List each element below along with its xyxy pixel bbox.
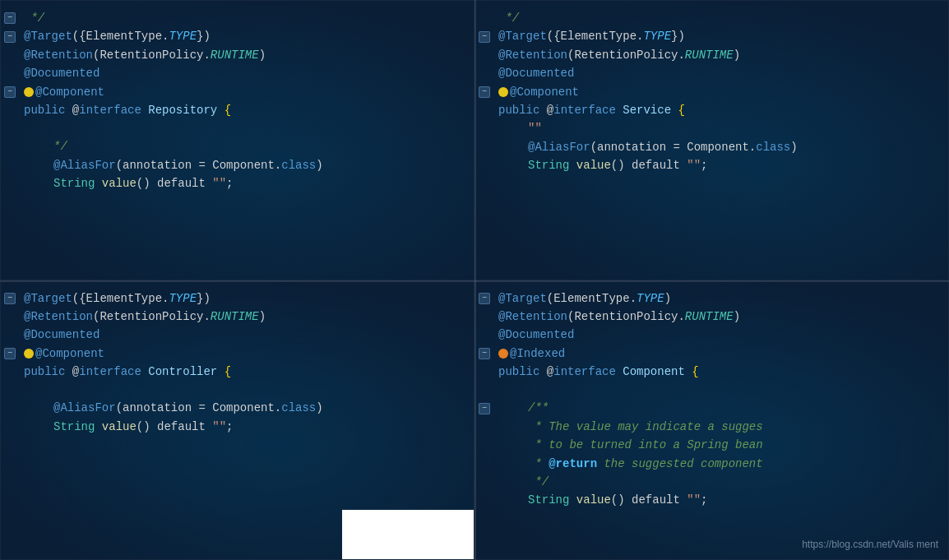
token: @ — [65, 363, 79, 381]
token: ({ElementType. — [547, 27, 644, 45]
token: /** — [528, 399, 549, 417]
token: (ElementType. — [547, 289, 637, 308]
yellow-icon — [24, 87, 34, 97]
code-content-top-right: */−@Target({ElementType.TYPE})@Retention… — [475, 4, 948, 180]
token: Repository — [141, 101, 225, 119]
token: @return — [549, 455, 597, 473]
code-line: −@Component — [1, 345, 474, 363]
token: " — [528, 119, 535, 137]
token: TYPE — [637, 289, 664, 308]
token: RUNTIME — [211, 308, 259, 326]
token: @Target — [498, 27, 547, 45]
token: ) — [259, 46, 266, 64]
code-line: * to be turned into a Spring bean — [475, 436, 948, 454]
token: interface — [79, 101, 141, 119]
token: @Target — [24, 27, 72, 45]
fold-collapse-icon[interactable]: − — [4, 348, 16, 359]
panel-bottom-left: −@Target({ElementType.TYPE})@Retention(R… — [0, 280, 474, 561]
yellow-icon — [24, 349, 34, 359]
fold-collapse-icon[interactable]: − — [479, 403, 490, 414]
token: public — [498, 101, 539, 119]
token: class — [756, 138, 790, 156]
token: value — [576, 491, 611, 509]
token: interface — [79, 363, 141, 381]
fold-collapse-icon[interactable]: − — [4, 31, 16, 43]
code-line: @Retention(RetentionPolicy.RUNTIME) — [475, 46, 948, 64]
code-content-bottom-left: −@Target({ElementType.TYPE})@Retention(R… — [1, 285, 474, 442]
code-line: */ — [475, 473, 948, 491]
fold-collapse-icon[interactable]: − — [479, 293, 490, 304]
line-gutter: − — [4, 12, 21, 24]
yellow-icon — [498, 87, 508, 97]
token: }) — [671, 27, 685, 45]
token: (annotation = Component. — [590, 138, 757, 156]
token: value — [102, 174, 137, 192]
orange-icon — [498, 349, 508, 359]
token: () default — [611, 491, 687, 509]
panel-top-left: − */−@Target({ElementType.TYPE})@Retenti… — [0, 0, 474, 280]
token: public — [24, 101, 65, 119]
token: String — [53, 418, 95, 436]
fold-collapse-icon[interactable]: − — [4, 293, 16, 304]
fold-collapse-icon[interactable]: − — [479, 86, 490, 98]
fold-collapse-icon[interactable]: − — [479, 348, 490, 359]
token: ; — [701, 156, 707, 174]
token: @AliasFor — [53, 156, 116, 174]
token: the suggested component — [597, 455, 763, 473]
code-line: public @interface Service { — [475, 101, 948, 119]
code-line: String value() default ""; — [1, 418, 474, 436]
token: " — [535, 119, 541, 137]
token: @AliasFor — [528, 138, 590, 156]
code-line: @AliasFor(annotation = Component.class) — [1, 399, 474, 417]
token: value — [102, 418, 137, 436]
code-line: @Documented — [1, 326, 474, 344]
token: ({ElementType. — [72, 27, 169, 45]
code-line: − */ — [1, 9, 474, 27]
fold-collapse-icon[interactable]: − — [4, 86, 16, 98]
token: ; — [226, 418, 233, 436]
code-content-bottom-right: −@Target(ElementType.TYPE)@Retention(Ret… — [475, 285, 948, 515]
code-line: −@Target({ElementType.TYPE}) — [1, 27, 474, 45]
token: { — [678, 101, 684, 119]
token: TYPE — [169, 289, 197, 308]
token: @Indexed — [510, 345, 565, 363]
token: ({ElementType. — [72, 289, 169, 308]
token — [569, 156, 576, 174]
token: () default — [137, 418, 212, 436]
code-line: −@Target(ElementType.TYPE) — [475, 289, 948, 308]
token: RUNTIME — [211, 46, 259, 64]
code-line: @Documented — [475, 64, 948, 82]
code-line: */ — [475, 9, 948, 27]
line-gutter: − — [4, 348, 21, 359]
line-gutter: − — [479, 86, 495, 98]
token: @Target — [498, 289, 547, 308]
fold-collapse-icon[interactable]: − — [4, 12, 16, 24]
token: }) — [197, 27, 211, 45]
token: (RetentionPolicy. — [567, 308, 685, 326]
code-line: * The value may indicate a sugges — [475, 418, 948, 436]
code-line: @Documented — [475, 326, 948, 344]
token: * to be turned into a Spring bean — [528, 436, 763, 454]
line-gutter: − — [479, 348, 495, 359]
token: TYPE — [643, 27, 671, 45]
token: String — [53, 174, 95, 192]
code-line: −@Target({ElementType.TYPE}) — [475, 27, 948, 45]
token — [569, 491, 576, 509]
token: @Documented — [24, 64, 100, 82]
token: @Documented — [498, 64, 574, 82]
fold-collapse-icon[interactable]: − — [479, 31, 490, 43]
token: () default — [137, 174, 212, 192]
token: (RetentionPolicy. — [567, 46, 685, 64]
token: ) — [664, 289, 671, 308]
code-line: @Documented — [1, 64, 474, 82]
token: @Retention — [24, 308, 93, 326]
token: { — [225, 363, 231, 381]
code-line: −@Target({ElementType.TYPE}) — [1, 289, 474, 308]
line-gutter: − — [479, 293, 495, 304]
token: ) — [316, 156, 322, 174]
token — [95, 418, 101, 436]
token: @ — [539, 101, 553, 119]
token: ) — [734, 308, 740, 326]
token: @Component — [35, 345, 104, 363]
token: @AliasFor — [53, 399, 116, 417]
